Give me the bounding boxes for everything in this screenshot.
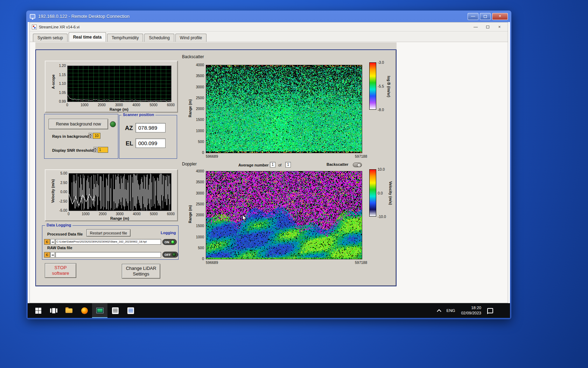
velocity-x-ticks: 0100020003000400050006000 [69,212,171,216]
tab-page-real-time-data: A-scope 1.201.151.101.050.99 01000200030… [30,42,508,303]
tick-label: 0 [202,150,204,155]
renew-background-button[interactable]: Renew background now [49,119,108,129]
change-button-line2: Settings [133,271,149,277]
snr-value-field[interactable]: 1 [98,147,108,153]
start-button[interactable] [30,303,46,318]
rdp-maximize-button[interactable] [480,13,491,20]
stop-software-button[interactable]: STOP software [45,263,76,278]
folder-icon [65,308,72,313]
doppler-colorbar [369,169,376,217]
logging-label: Logging [161,231,176,235]
tab-wind-profile[interactable]: Wind profile [175,34,206,42]
spinner-down-icon[interactable] [93,150,97,152]
tick-label: 1500 [196,117,204,122]
el-value-field[interactable]: 000.099 [135,138,166,148]
backscatter-y-axis-label: Range (m) [188,98,192,119]
doppler-colorbar-ticks: 10.00.0-10.0 [378,169,390,217]
app-minimize-button[interactable]: — [472,25,479,29]
rdp-close-button[interactable]: × [492,13,508,20]
close-icon: × [498,25,500,29]
app-close-button[interactable]: × [496,25,503,29]
average-count-field[interactable]: 1 [285,162,291,168]
doppler-x-start-label: 596689 [206,260,218,265]
tray-expand-button[interactable] [437,309,441,314]
taskbar-clock[interactable]: 18:20 02/09/2023 [461,305,481,316]
tick-label: 3000 [196,191,204,195]
snr-threshold-label: Display SNR threshold [52,148,94,152]
tab-scheduling[interactable]: Scheduling [144,34,174,42]
tab-system-setup[interactable]: System setup [33,34,68,42]
velocity-x-axis-label: Range (m) [69,216,171,220]
file-explorer-button[interactable] [61,303,77,318]
spinner-up-icon[interactable] [93,147,97,150]
ascope-graph-frame: A-scope 1.201.151.101.050.99 01000200030… [45,61,178,113]
raw-drive-selector[interactable]: C [44,252,50,258]
tick-label: 4000 [132,103,140,107]
rdp-computer-icon [30,14,35,19]
raw-logging-toggle[interactable]: OFF [162,252,178,258]
change-lidar-settings-button[interactable]: Change LiDAR Settings [122,264,160,279]
tick-label: 1000 [196,235,204,239]
firefox-button[interactable] [77,303,92,318]
rdp-titlebar[interactable]: 192.168.0.122 - Remote Desktop Connectio… [26,11,511,22]
snr-spinner[interactable] [93,147,97,153]
streamline-taskbar-button[interactable] [92,303,107,318]
background-controls-group: Renew background now Rays in background … [44,114,118,159]
restore-icon [486,26,489,28]
app-window-title: StreamLine XR v14-6.vi [39,25,79,29]
renew-status-led [110,121,116,127]
tick-label: 10.0 [378,167,385,171]
spinner-down-icon[interactable] [89,136,92,138]
task-view-button[interactable] [46,303,61,318]
taskbar-tray: ENG 18:20 02/09/2023 [438,305,510,316]
tick-label: 6000 [167,103,175,107]
language-indicator[interactable]: ENG [447,308,455,313]
tick-label: -3.0 [378,60,384,64]
utility-app-button[interactable] [123,303,138,318]
rays-spinner[interactable] [89,133,92,139]
backscatter-display-toggle[interactable] [353,163,362,167]
az-value-field[interactable]: 078.989 [135,123,166,132]
tick-label: 0.00 [61,190,67,194]
restart-processed-file-button[interactable]: Restart processed file [86,229,131,237]
tick-label: 1.10 [59,82,66,86]
average-number-field[interactable]: 1 [270,162,275,168]
taskbar: ENG 18:20 02/09/2023 [28,303,510,318]
streamline-app-window: StreamLine XR v14-6.vi — × System setup … [29,22,508,303]
processed-drive-selector[interactable]: C [44,239,50,245]
processed-logging-toggle[interactable]: ON [162,239,177,245]
spinner-up-icon[interactable] [89,133,92,136]
mouse-cursor-icon [242,214,247,222]
rays-value-field[interactable]: 10 [93,133,100,139]
doppler-y-ticks: 40003500300025002000150010005000 [194,171,204,259]
tick-label: -10.0 [378,214,386,219]
tick-label: 3000 [115,103,123,107]
tick-label: 0 [66,103,68,107]
el-label: EL [126,140,133,147]
app-titlebar[interactable]: StreamLine XR v14-6.vi — × [30,22,508,32]
tick-label: 2500 [196,96,204,100]
scanner-position-group: Scanner position AZ 078.989 EL 000.099 [119,115,177,159]
tick-label: -5.5 [378,84,384,88]
ascope-plot [67,66,172,102]
raw-browse-button[interactable] [50,252,55,258]
green-screen-icon [96,308,104,313]
scan-scheduler-button[interactable] [107,303,123,318]
tick-label: 1000 [80,103,88,107]
tab-temp-humidity[interactable]: Temp/humidity [107,34,143,42]
scanner-position-title: Scanner position [121,113,155,117]
raw-path-field[interactable] [55,252,161,258]
tick-label: 5000 [150,212,158,216]
processed-path-field[interactable]: C:\Lidar\Data\Proc\2023\202309\20230902\… [55,239,161,245]
app-restore-button[interactable] [484,25,491,29]
tick-label: 1.05 [59,90,66,94]
tab-real-time-data[interactable]: Real time data [69,32,106,42]
rdp-minimize-button[interactable]: — [468,13,478,20]
processed-browse-button[interactable] [50,239,55,245]
white-app-icon [112,307,119,314]
rays-in-background-label: Rays in background [52,134,89,138]
tick-label: -5.00 [59,209,67,212]
windows-logo-icon [35,308,41,314]
doppler-y-axis-label: Range (m) [188,204,192,225]
action-center-button[interactable] [487,308,493,313]
